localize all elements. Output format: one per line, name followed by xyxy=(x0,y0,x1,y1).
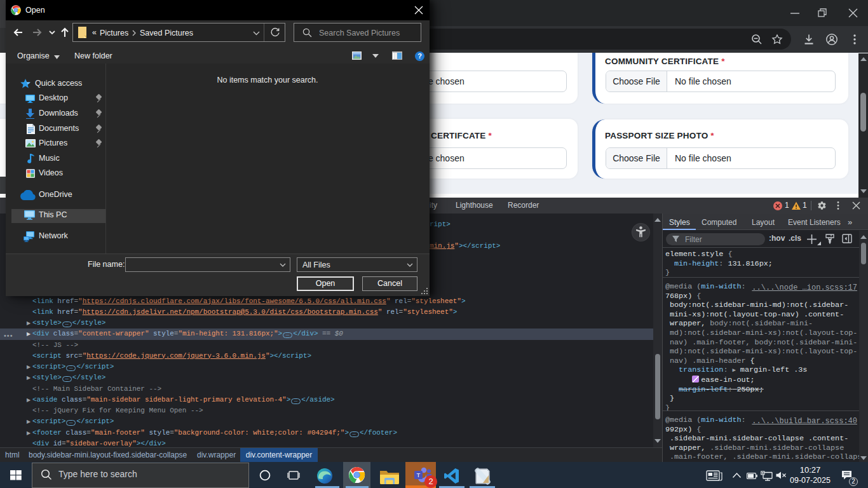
svg-text:T: T xyxy=(417,471,421,478)
